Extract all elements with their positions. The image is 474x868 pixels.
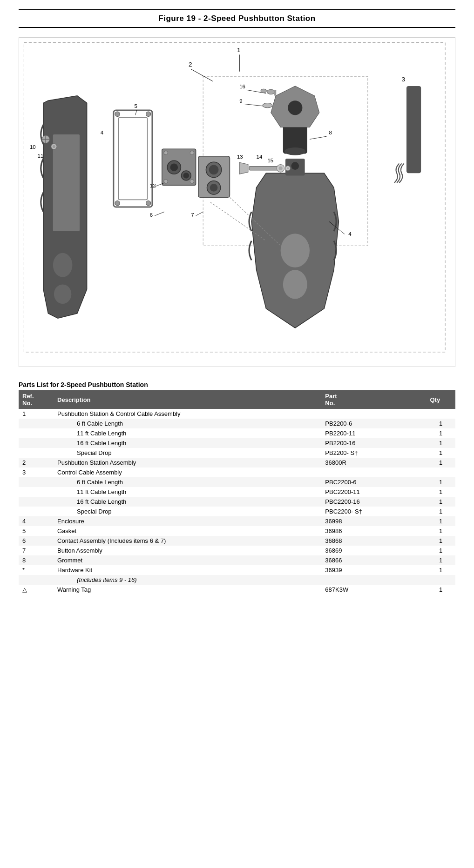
cell-qty: 1 [426, 458, 455, 467]
svg-line-60 [196, 212, 203, 215]
svg-rect-21 [274, 90, 276, 95]
cell-part-no: 36998 [321, 516, 426, 526]
cell-ref [19, 507, 54, 516]
col-qty: Qty [426, 390, 455, 409]
cell-ref: 5 [19, 526, 54, 536]
svg-point-49 [190, 180, 194, 183]
svg-point-9 [283, 270, 307, 299]
svg-rect-33 [114, 110, 152, 207]
cell-description: 16 ft Cable Length [54, 438, 321, 448]
cell-part-no: 36866 [321, 555, 426, 565]
cell-ref [19, 575, 54, 585]
svg-text:6: 6 [150, 212, 153, 218]
cell-description: 16 ft Cable Length [54, 497, 321, 507]
cell-qty [426, 467, 455, 477]
cell-part-no: PBC2200-6 [321, 477, 426, 487]
cell-description: Grommet [54, 555, 321, 565]
table-row: 6 ft Cable LengthPB2200-61 [19, 419, 455, 428]
svg-text:12: 12 [150, 183, 156, 188]
cell-qty: 1 [426, 438, 455, 448]
svg-point-64 [278, 167, 282, 170]
svg-text:3: 3 [402, 76, 406, 83]
cell-ref: 2 [19, 458, 54, 467]
svg-text:4: 4 [101, 130, 104, 135]
svg-text:15: 15 [268, 158, 274, 163]
svg-point-32 [54, 284, 71, 304]
cell-ref [19, 419, 54, 428]
table-row: *Hardware Kit369391 [19, 565, 455, 575]
table-row: 11 ft Cable LengthPB2200-111 [19, 428, 455, 438]
cell-description: 6 ft Cable Length [54, 477, 321, 487]
svg-point-66 [287, 167, 289, 169]
cell-description: Button Assembly [54, 546, 321, 555]
table-row: 4Enclosure369981 [19, 516, 455, 526]
svg-point-24 [263, 103, 272, 107]
cell-description: Control Cable Assembly [54, 467, 321, 477]
cell-part-no: 36868 [321, 536, 426, 546]
svg-point-48 [164, 180, 168, 183]
table-row: 3Control Cable Assembly [19, 467, 455, 477]
svg-point-11 [291, 162, 299, 170]
cell-description: Hardware Kit [54, 565, 321, 575]
cell-part-no: PB2200-16 [321, 438, 426, 448]
parts-list-section: Parts List for 2-Speed Pushbutton Statio… [19, 381, 455, 594]
svg-point-43 [170, 163, 178, 171]
cell-part-no: 36939 [321, 565, 426, 575]
svg-rect-30 [53, 134, 80, 231]
table-row: 11 ft Cable LengthPBC2200-111 [19, 487, 455, 497]
cell-ref: 3 [19, 467, 54, 477]
svg-text:5: 5 [135, 103, 137, 109]
cell-description: Special Drop [54, 448, 321, 458]
cell-part-no: 687K3W [321, 585, 426, 594]
cell-qty [426, 409, 455, 419]
cell-part-no [321, 467, 426, 477]
cell-part-no: PB2200-6 [321, 419, 426, 428]
cell-qty: 1 [426, 428, 455, 438]
cell-qty: 1 [426, 565, 455, 575]
svg-point-47 [190, 151, 194, 154]
svg-text:2: 2 [189, 61, 192, 68]
svg-text:9: 9 [239, 98, 242, 104]
cell-part-no: PB2200-11 [321, 428, 426, 438]
svg-line-53 [155, 212, 164, 215]
col-description: Description [54, 390, 321, 409]
svg-point-35 [115, 112, 120, 116]
svg-point-14 [284, 147, 306, 155]
cell-description: Special Drop [54, 507, 321, 516]
cell-description: 11 ft Cable Length [54, 428, 321, 438]
cell-part-no [321, 409, 426, 419]
cell-description: Contact Assembly (Includes items 6 & 7) [54, 536, 321, 546]
col-part-no: PartNo. [321, 390, 426, 409]
cell-qty: 1 [426, 448, 455, 458]
cell-ref [19, 428, 54, 438]
table-row: 8Grommet368661 [19, 555, 455, 565]
parts-table: Ref.No. Description PartNo. Qty 1Pushbut… [19, 390, 455, 594]
cell-description: Pushbutton Station & Control Cable Assem… [54, 409, 321, 419]
svg-point-45 [183, 173, 189, 178]
cell-description: (Includes items 9 - 16) [54, 575, 321, 585]
cell-ref [19, 477, 54, 487]
table-row: 16 ft Cable LengthPBC2200-161 [19, 497, 455, 507]
cell-part-no: 36986 [321, 526, 426, 536]
cell-part-no: PBC2200-11 [321, 487, 426, 497]
table-row: 2Pushbutton Station Assembly36800R1 [19, 458, 455, 467]
table-row: △Warning Tag687K3W1 [19, 585, 455, 594]
svg-point-16 [288, 100, 302, 115]
svg-marker-62 [239, 162, 248, 174]
cell-qty: 1 [426, 585, 455, 594]
cell-ref [19, 497, 54, 507]
cell-part-no: PB2200- S† [321, 448, 426, 458]
svg-text:13: 13 [237, 154, 243, 160]
svg-point-8 [281, 234, 310, 267]
table-row: 7Button Assembly368691 [19, 546, 455, 555]
svg-text:7: 7 [191, 212, 194, 218]
svg-text:14: 14 [257, 154, 263, 160]
table-row: 1Pushbutton Station & Control Cable Asse… [19, 409, 455, 419]
cell-part-no: PBC2200-16 [321, 497, 426, 507]
svg-rect-7 [406, 86, 421, 173]
svg-text:16: 16 [239, 84, 245, 89]
cell-qty: 1 [426, 516, 455, 526]
cell-ref: * [19, 565, 54, 575]
svg-text:8: 8 [329, 130, 332, 135]
cell-description: Gasket [54, 526, 321, 536]
